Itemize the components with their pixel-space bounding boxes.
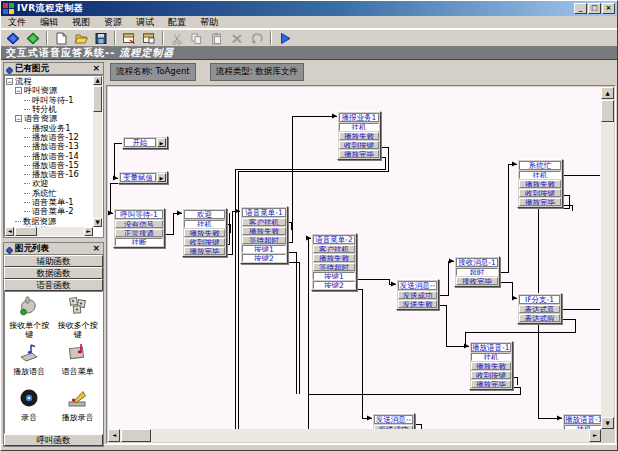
minimize-button[interactable]: _ (574, 3, 587, 14)
cut-icon[interactable] (167, 30, 187, 46)
node-exit-播放失败[interactable]: 播放失败 (242, 227, 286, 235)
tree-scroll-up-icon[interactable]: ▲ (93, 76, 102, 85)
flow-node-welcome[interactable]: 欢迎挂机播放失败收到按键播放完毕 (182, 208, 227, 257)
node-title[interactable]: 发送消息-- (374, 415, 413, 424)
tree-item-播放语音-16[interactable]: 播放语音-16 (6, 170, 92, 179)
node-exit-挂机[interactable]: 挂机 (519, 171, 561, 179)
node-exit-播放失败[interactable]: 播放失败 (184, 229, 225, 237)
node-exit-超时[interactable]: 超时 (456, 268, 498, 276)
node-run-icon[interactable]: ▶ (157, 138, 166, 147)
run-icon[interactable] (275, 30, 295, 46)
close-button[interactable]: × (602, 3, 615, 14)
open-file-icon[interactable] (71, 30, 91, 46)
tree-expander-icon[interactable]: − (15, 115, 22, 122)
palette-item-播放语音[interactable]: 播放语音 (5, 341, 54, 387)
node-title[interactable]: 语音菜单-2 (313, 235, 355, 244)
node-exit-等待超时[interactable]: 等待超时 (242, 236, 286, 244)
node-title[interactable]: 变量赋值 (120, 173, 156, 182)
node-exit-按键1[interactable]: 按键1 (313, 272, 355, 280)
menu-item-配置[interactable]: 配置 (161, 16, 193, 29)
canvas-scroll-up-icon[interactable]: ▲ (601, 87, 614, 99)
node-title[interactable]: 欢迎 (184, 210, 225, 219)
restore-button[interactable]: □ (588, 3, 601, 14)
node-exit-按键2[interactable]: 按键2 (313, 281, 355, 289)
paste-icon[interactable] (207, 30, 227, 46)
node-exit-按键1[interactable]: 按键1 (242, 245, 286, 253)
menu-item-帮助[interactable]: 帮助 (193, 16, 225, 29)
import-flow-icon[interactable] (119, 30, 139, 46)
node-exit-播放失败[interactable]: 播放失败 (313, 254, 355, 262)
copy-icon[interactable] (187, 30, 207, 46)
flow-node-menu1[interactable]: 语音菜单-1客户挂机播放失败等待超时按键1按键2 (240, 206, 288, 264)
canvas-scroll-left-icon[interactable]: ◄ (108, 429, 120, 442)
menu-item-调试[interactable]: 调试 (129, 16, 161, 29)
tree-expander-icon[interactable]: − (15, 87, 22, 94)
tree-expander-icon[interactable]: − (6, 78, 13, 85)
flow-node-callwait[interactable]: 呼叫等待-1没有信号正常接通挂断 (113, 208, 165, 248)
canvas-hscroll-thumb[interactable] (121, 429, 151, 442)
elements-panel-close-icon[interactable]: × (91, 64, 101, 73)
tree-scroll-down-icon[interactable]: ▼ (93, 218, 102, 227)
node-exit-发送失败[interactable]: 发送失败 (398, 300, 437, 308)
node-exit-收到按键[interactable]: 收到按键 (339, 141, 379, 149)
palette-item-接收单个按键[interactable]: 接收单个按键 (5, 295, 54, 341)
palette-category-数据函数[interactable]: 数据函数 (4, 267, 103, 279)
node-title[interactable]: 呼叫等待-1 (115, 210, 163, 219)
node-exit-收到按键[interactable]: 收到按键 (184, 238, 225, 246)
node-exit-按键2[interactable]: 按键2 (242, 254, 286, 262)
node-exit-挂断[interactable]: 挂断 (115, 238, 163, 246)
node-exit-正常接通[interactable]: 正常接通 (115, 229, 163, 237)
undo-icon[interactable] (247, 30, 267, 46)
node-exit-挂机[interactable]: 挂机 (339, 123, 379, 131)
flow-node-menu2[interactable]: 语音菜单-2客户挂机播放失败等待超时按键1按键2 (311, 233, 357, 291)
tree-scroll-left-icon[interactable]: ◄ (5, 227, 14, 236)
canvas-hscrollbar[interactable]: ◄ ► (108, 429, 601, 442)
flow-node-playvoice1[interactable]: 播放语音-1.挂机播放失败收到按键播放完毕 (469, 341, 513, 390)
flow-node-bcast[interactable]: 播报业务1挂机播放失败收到按键播放完毕 (337, 111, 381, 160)
palette-panel-close-icon[interactable]: × (91, 244, 101, 253)
tree-scroll-right-icon[interactable]: ► (84, 227, 93, 236)
flow-node-sysbusy[interactable]: 系统忙挂机播放失败收到按键播放完毕 (517, 159, 563, 208)
menu-item-编辑[interactable]: 编辑 (33, 16, 65, 29)
flow-node-recvmsg[interactable]: 接收消息-1超时接收完毕 (454, 256, 500, 287)
tree-vscroll-thumb[interactable] (93, 86, 102, 112)
node-exit-播放失败[interactable]: 播放失败 (519, 180, 561, 188)
node-exit-接收完毕[interactable]: 接收完毕 (456, 277, 498, 285)
node-exit-发送成功[interactable]: 发送成功 (398, 291, 437, 299)
palette-footer-call-functions[interactable]: 呼叫函数 (4, 434, 103, 446)
flow-canvas[interactable]: 开始▶变量赋值▶呼叫等待-1没有信号正常接通挂断欢迎挂机播放失败收到按键播放完毕… (108, 87, 606, 434)
flow-node-start[interactable]: 开始▶ (122, 136, 168, 149)
node-exit-挂机[interactable]: 挂机 (471, 353, 511, 361)
nav-forward-icon[interactable] (23, 30, 43, 46)
flow-node-assign[interactable]: 变量赋值▶ (118, 171, 168, 184)
node-title[interactable]: IF分支-1 (519, 295, 560, 304)
node-exit-表达式假[interactable]: 表达式假 (519, 314, 560, 322)
node-title[interactable]: 语音菜单-1 (242, 208, 286, 217)
canvas-vscrollbar[interactable]: ▲ ▼ (601, 87, 614, 429)
flow-node-sendmsg1[interactable]: 发送消息--发送成功发送失败 (396, 279, 439, 310)
node-title[interactable]: 播报业务1 (339, 113, 379, 122)
node-exit-播放完毕[interactable]: 播放完毕 (519, 198, 561, 206)
node-exit-等待超时[interactable]: 等待超时 (313, 263, 355, 271)
delete-icon[interactable] (227, 30, 247, 46)
palette-category-语音函数[interactable]: 语音函数 (4, 279, 103, 291)
node-title[interactable]: 开始 (124, 138, 156, 147)
node-exit-播放失败[interactable]: 播放失败 (339, 132, 379, 140)
node-run-icon[interactable]: ▶ (157, 173, 166, 182)
menu-item-资源[interactable]: 资源 (97, 16, 129, 29)
palette-item-录音[interactable]: 录音 (5, 387, 54, 433)
palette-item-播放录音[interactable]: 播放录音 (54, 387, 103, 433)
node-exit-播放完毕[interactable]: 播放完毕 (339, 150, 379, 158)
menu-item-文件[interactable]: 文件 (1, 16, 33, 29)
node-title[interactable]: 播放语音-1. (471, 343, 511, 352)
palette-item-接收多个按键[interactable]: 接收多个按键 (54, 295, 103, 341)
export-flow-icon[interactable] (139, 30, 159, 46)
tree-vscrollbar[interactable]: ▲ ▼ (93, 76, 102, 227)
palette-category-辅助函数[interactable]: 辅助函数 (4, 255, 103, 267)
node-exit-播放完毕[interactable]: 播放完毕 (184, 247, 225, 255)
tree-hscroll-thumb[interactable] (15, 227, 37, 236)
node-exit-播放完毕[interactable]: 播放完毕 (471, 380, 511, 388)
node-exit-收到按键[interactable]: 收到按键 (519, 189, 561, 197)
node-exit-客户挂机[interactable]: 客户挂机 (242, 218, 286, 226)
canvas-vscroll-thumb[interactable] (601, 100, 614, 122)
